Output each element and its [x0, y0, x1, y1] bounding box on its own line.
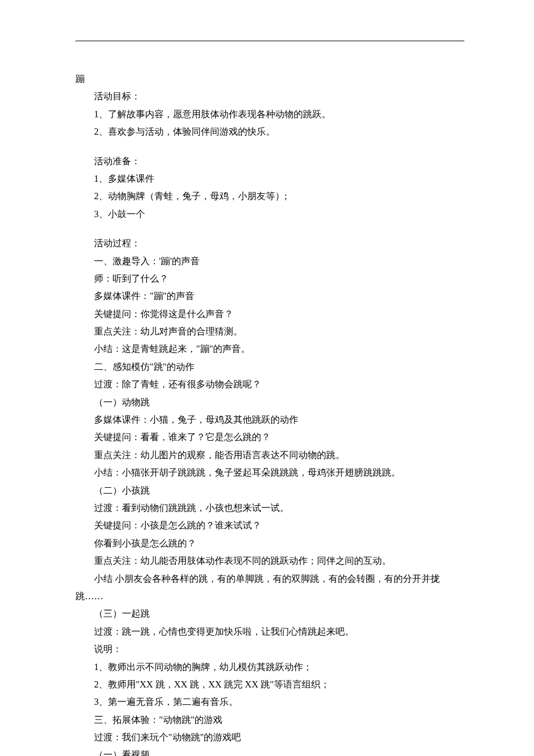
process-summary-hanging: 小结 小朋友会各种各样的跳，有的单脚跳，有的双脚跳，有的会转圈，有的分开并拢跳…… — [75, 570, 464, 606]
prep-section: 活动准备： 1、多媒体课件 2、动物胸牌（青蛙，兔子，母鸡，小朋友等）; 3、小… — [75, 153, 464, 224]
process-line: （一）动物跳 — [75, 394, 464, 411]
process-line: 你看到小孩是怎么跳的？ — [75, 535, 464, 552]
prep-heading: 活动准备： — [75, 153, 464, 170]
process-line: 小结：小猫张开胡子跳跳跳，兔子竖起耳朵跳跳跳，母鸡张开翅膀跳跳跳。 — [75, 464, 464, 481]
process-line: 一、激趣导入：'蹦'的声音 — [75, 253, 464, 270]
process-line: 三、拓展体验："动物跳"的游戏 — [75, 711, 464, 729]
process-line: （一）看视频 — [75, 746, 464, 756]
prep-item: 3、小鼓一个 — [75, 206, 464, 223]
process-line: 3、第一遍无音乐，第二遍有音乐。 — [75, 693, 464, 711]
goals-section: 活动目标： 1、了解故事内容，愿意用肢体动作表现各种动物的跳跃。 2、喜欢参与活… — [75, 88, 464, 141]
prep-item: 2、动物胸牌（青蛙，兔子，母鸡，小朋友等）; — [75, 188, 464, 205]
process-line: 二、感知模仿"跳"的动作 — [75, 358, 464, 376]
process-heading: 活动过程： — [75, 235, 464, 252]
process-line: 小结：这是青蛙跳起来，"蹦"的声音。 — [75, 340, 464, 358]
process-line: 过渡：跳一跳，心情也变得更加快乐啦，让我们心情跳起来吧。 — [75, 623, 464, 640]
process-line: （二）小孩跳 — [75, 482, 464, 499]
process-line: 重点关注：幼儿对声音的合理猜测。 — [75, 323, 464, 340]
goals-item: 2、喜欢参与活动，体验同伴间游戏的快乐。 — [75, 123, 464, 141]
header-rule — [75, 41, 464, 41]
process-line: 师：听到了什么？ — [75, 270, 464, 287]
process-section: 活动过程： 一、激趣导入：'蹦'的声音 师：听到了什么？ 多媒体课件："蹦"的声… — [75, 235, 464, 756]
process-line: 2、教师用"XX 跳，XX 跳，XX 跳完 XX 跳"等语言组织； — [75, 676, 464, 693]
process-line: 说明： — [75, 640, 464, 658]
process-line: 1、教师出示不同动物的胸牌，幼儿模仿其跳跃动作； — [75, 658, 464, 676]
process-line: 重点关注：幼儿能否用肢体动作表现不同的跳跃动作；同伴之间的互动。 — [75, 552, 464, 570]
goals-heading: 活动目标： — [75, 88, 464, 105]
prep-item: 1、多媒体课件 — [75, 170, 464, 188]
process-line: 过渡：我们来玩个"动物跳"的游戏吧 — [75, 729, 464, 746]
process-line: 关键提问：小孩是怎么跳的？谁来试试？ — [75, 517, 464, 534]
process-line: 过渡：除了青蛙，还有很多动物会跳呢？ — [75, 376, 464, 393]
process-line: 多媒体课件：小猫，兔子，母鸡及其他跳跃的动作 — [75, 411, 464, 429]
document-page: 蹦 活动目标： 1、了解故事内容，愿意用肢体动作表现各种动物的跳跃。 2、喜欢参… — [0, 0, 534, 756]
doc-title: 蹦 — [75, 70, 464, 88]
process-line: （三）一起跳 — [75, 605, 464, 622]
process-line: 多媒体课件："蹦"的声音 — [75, 287, 464, 305]
process-line: 关键提问：你觉得这是什么声音？ — [75, 305, 464, 323]
process-line: 关键提问：看看，谁来了？它是怎么跳的？ — [75, 429, 464, 446]
process-line: 重点关注：幼儿图片的观察，能否用语言表达不同动物的跳。 — [75, 447, 464, 464]
process-line: 过渡：看到动物们跳跳跳，小孩也想来试一试。 — [75, 499, 464, 517]
goals-item: 1、了解故事内容，愿意用肢体动作表现各种动物的跳跃。 — [75, 106, 464, 123]
